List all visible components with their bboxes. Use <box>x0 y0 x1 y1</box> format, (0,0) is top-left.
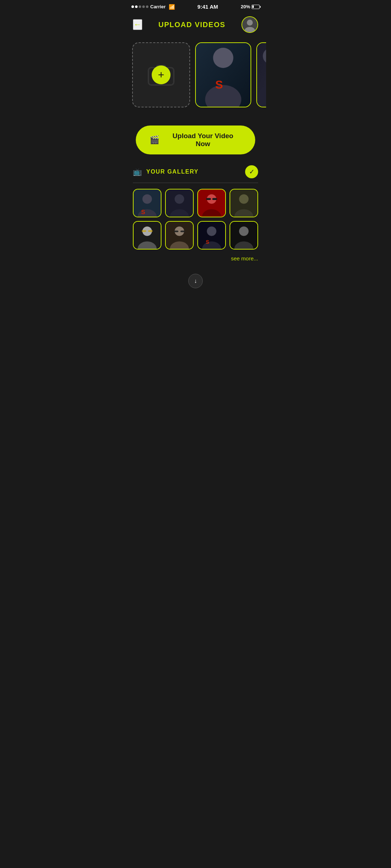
gallery-img-7: S <box>198 222 225 249</box>
status-bar: Carrier 📶 9:41 AM 20% <box>125 0 266 12</box>
svg-rect-23 <box>206 198 211 200</box>
gallery-img-8 <box>230 222 257 249</box>
video-thumb-2[interactable] <box>256 42 266 107</box>
back-button[interactable]: ← <box>133 19 142 30</box>
svg-point-1 <box>247 20 253 25</box>
svg-rect-31 <box>142 230 146 232</box>
signal-strength <box>131 5 148 8</box>
avatar-image <box>242 16 257 33</box>
signal-dot-2 <box>135 5 138 8</box>
svg-point-14 <box>142 194 152 204</box>
svg-rect-32 <box>148 230 152 232</box>
thumb-image-1: S <box>196 43 251 107</box>
plus-icon: + <box>152 65 171 84</box>
video-thumb-1[interactable]: S <box>195 42 251 107</box>
svg-text:S: S <box>206 239 209 245</box>
svg-point-7 <box>213 48 233 68</box>
gallery-header: 📺 YOUR GALLERY ✓ <box>133 165 258 183</box>
gallery-img-1: S <box>134 190 161 217</box>
svg-text:S: S <box>141 209 145 216</box>
gallery-title: YOUR GALLERY <box>146 169 241 175</box>
svg-point-18 <box>175 194 184 204</box>
svg-rect-37 <box>180 230 185 232</box>
battery-fill <box>252 5 253 8</box>
gallery-item[interactable]: S <box>133 189 161 217</box>
carrier-label: Carrier <box>150 4 166 9</box>
gallery-item[interactable]: S <box>197 221 226 250</box>
gallery-check-icon: ✓ <box>245 165 258 178</box>
gallery-tv-icon: 📺 <box>133 167 142 176</box>
upload-button-label: Upload Your Video Now <box>164 132 241 148</box>
see-more-link[interactable]: see more... <box>133 253 258 265</box>
add-video-button[interactable]: + <box>132 42 190 107</box>
upload-video-button[interactable]: 🎬 Upload Your Video Now <box>136 125 255 154</box>
signal-dot-1 <box>131 5 134 8</box>
svg-point-43 <box>239 226 248 236</box>
gallery-section: 📺 YOUR GALLERY ✓ S <box>125 162 266 269</box>
gallery-img-2 <box>166 190 193 217</box>
time-display: 9:41 AM <box>197 4 218 10</box>
gallery-item[interactable] <box>165 221 194 250</box>
battery-icon <box>252 5 260 9</box>
svg-text:S: S <box>215 78 223 91</box>
svg-rect-36 <box>174 230 178 232</box>
gallery-img-6 <box>166 222 193 249</box>
page-title: UPLOAD VIDEOS <box>158 21 225 29</box>
gallery-img-3 <box>198 190 225 217</box>
signal-dot-3 <box>139 5 141 8</box>
signal-dot-5 <box>146 5 148 8</box>
svg-point-26 <box>239 194 248 204</box>
gallery-img-4 <box>230 190 257 217</box>
scroll-down-button[interactable]: ↓ <box>188 274 203 288</box>
header: ← UPLOAD VIDEOS <box>125 12 266 39</box>
avatar[interactable] <box>241 16 258 33</box>
status-right: 20% <box>241 4 260 9</box>
battery-body <box>252 5 260 9</box>
bottom-bar: ↓ <box>125 269 266 291</box>
video-camera-icon: 🎬 <box>150 135 159 145</box>
thumb-image-2 <box>257 43 266 107</box>
gallery-item[interactable] <box>230 189 258 217</box>
status-left: Carrier 📶 <box>131 4 175 10</box>
svg-rect-24 <box>212 198 217 200</box>
gallery-grid: S <box>133 189 258 250</box>
gallery-img-5 <box>134 222 161 249</box>
battery-percent: 20% <box>241 4 250 9</box>
gallery-item[interactable] <box>230 221 258 250</box>
svg-point-39 <box>207 226 216 236</box>
upload-button-wrap: 🎬 Upload Your Video Now <box>125 115 266 162</box>
wifi-icon: 📶 <box>169 4 175 10</box>
gallery-item[interactable] <box>133 221 161 250</box>
video-upload-section: + S <box>125 39 266 115</box>
gallery-item[interactable] <box>197 189 226 217</box>
signal-dot-4 <box>142 5 145 8</box>
gallery-item[interactable] <box>165 189 194 217</box>
